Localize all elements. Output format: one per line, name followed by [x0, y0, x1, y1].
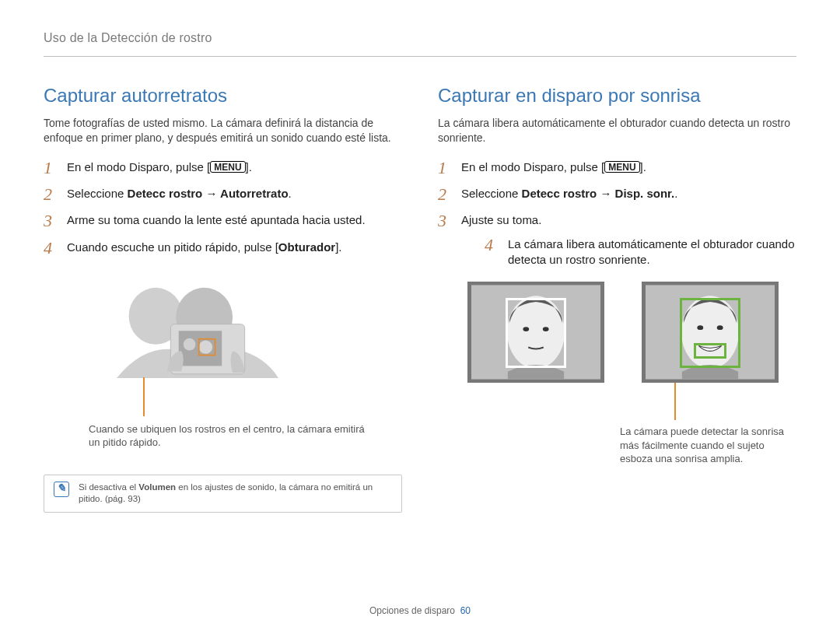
page-number: 60: [460, 605, 471, 616]
step-text: Seleccione: [461, 187, 522, 200]
note-bold: Volumen: [138, 482, 176, 492]
step-text: ].: [335, 240, 341, 254]
step-text: En el modo Disparo, pulse [: [67, 160, 210, 173]
step-3: Arme su toma cuando la lente esté apunta…: [44, 212, 402, 228]
step-text: ].: [640, 160, 646, 173]
step-3: Ajuste su toma. La cámara libera automát…: [438, 212, 796, 268]
smile-mouth-box: [694, 343, 726, 359]
step-text: .: [674, 187, 677, 200]
step-2: Seleccione Detecc rostro → Autorretrato.: [44, 186, 402, 201]
intro-right: La cámara libera automáticamente el obtu…: [438, 116, 796, 145]
smile-frame-neutral: [467, 282, 604, 383]
step-sub-bullet: La cámara libera automáticamente el obtu…: [485, 236, 796, 268]
illustration-selfie: [89, 277, 306, 382]
step-bold: Obturador: [278, 240, 335, 254]
step-1: En el modo Disparo, pulse [MENU].: [44, 159, 402, 175]
footer-label: Opciones de disparo: [369, 605, 455, 616]
sub-bullet-item: La cámara libera automáticamente el obtu…: [485, 236, 796, 268]
step-text: Ajuste su toma.: [461, 213, 541, 226]
note-box: ✎ Si desactiva el Volumen en los ajustes…: [44, 475, 402, 513]
step-bold: Detecc rostro → Disp. sonr.: [522, 187, 675, 200]
svg-point-4: [184, 338, 196, 351]
callout-text-left: Cuando se ubiquen los rostros en el cent…: [89, 422, 369, 450]
menu-button-label: MENU: [210, 161, 245, 173]
divider: [44, 56, 796, 57]
callout-text-right: La cámara puede detectar la sonrisa más …: [620, 425, 796, 466]
step-1: En el modo Disparo, pulse [MENU].: [438, 159, 796, 175]
smile-frame-smiling: [642, 282, 779, 383]
face-detect-box: [506, 298, 566, 368]
step-text: Seleccione: [67, 187, 128, 200]
steps-left: En el modo Disparo, pulse [MENU]. Selecc…: [44, 159, 402, 255]
step-text: .: [289, 187, 292, 200]
step-4: Cuando escuche un pitido rápido, pulse […: [44, 240, 402, 255]
menu-button-label: MENU: [604, 161, 639, 173]
page-footer: Opciones de disparo 60: [0, 604, 840, 617]
step-2: Seleccione Detecc rostro → Disp. sonr..: [438, 186, 796, 201]
heading-sonrisa: Capturar en disparo por sonrisa: [438, 83, 796, 108]
column-left: Capturar autorretratos Tome fotografías …: [44, 83, 402, 513]
step-text: Cuando escuche un pitido rápido, pulse [: [67, 240, 278, 254]
breadcrumb: Uso de la Detección de rostro: [44, 30, 796, 51]
note-part: Si desactiva el: [79, 482, 138, 492]
step-bold: Detecc rostro → Autorretrato: [128, 187, 289, 200]
step-text: En el modo Disparo, pulse [: [461, 160, 604, 173]
note-icon: ✎: [54, 482, 69, 497]
step-text: ].: [246, 160, 252, 173]
illustration-smile-row: [467, 282, 796, 383]
steps-right: En el modo Disparo, pulse [MENU]. Selecc…: [438, 159, 796, 268]
svg-point-5: [199, 340, 212, 353]
callout-connector: [143, 377, 145, 416]
column-right: Capturar en disparo por sonrisa La cámar…: [438, 83, 796, 513]
callout-connector: [674, 381, 676, 420]
note-text: Si desactiva el Volumen en los ajustes d…: [79, 482, 392, 506]
heading-autorretratos: Capturar autorretratos: [44, 83, 402, 108]
intro-left: Tome fotografías de usted mismo. La cáma…: [44, 116, 402, 145]
